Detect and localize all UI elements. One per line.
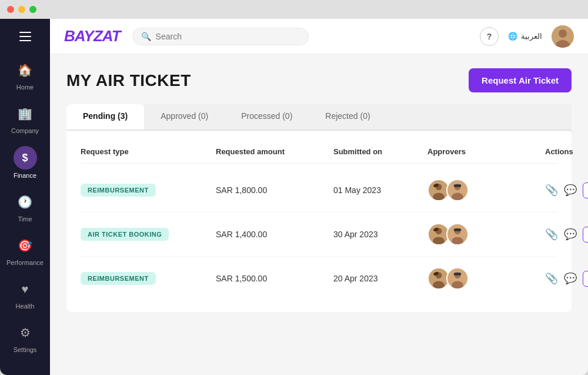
svg-point-17 (452, 237, 463, 245)
approver-avatar-male-3 (446, 267, 469, 290)
sidebar-item-company[interactable]: 🏢 Company (0, 97, 50, 140)
col-header-type: Request type (81, 147, 216, 156)
view-button-1[interactable]: View (583, 182, 588, 198)
page-title: MY AIR TICKET (66, 71, 191, 90)
view-button-2[interactable]: View (583, 227, 588, 243)
search-bar: 🔍 (132, 28, 309, 45)
request-type-badge-1: REIMBURSEMENT (81, 184, 156, 197)
sidebar-item-home[interactable]: 🏠 Home (0, 53, 50, 97)
table-container: Request type Requested amount Submitted … (66, 131, 572, 312)
cell-approvers-3 (427, 267, 545, 290)
performance-icon: 🎯 (18, 238, 32, 253)
cell-approvers-1 (427, 179, 545, 201)
close-dot[interactable] (7, 6, 14, 13)
sidebar-item-performance[interactable]: 🎯 Performance (0, 228, 50, 272)
page-content: MY AIR TICKET Request Air Ticket Pending… (50, 54, 588, 375)
attachment-icon-1[interactable]: 📎 (545, 184, 558, 197)
sidebar-label-performance: Performance (6, 259, 44, 266)
user-avatar[interactable] (552, 25, 574, 48)
view-button-3[interactable]: View (583, 271, 588, 287)
cell-date-2: 30 Apr 2023 (333, 230, 427, 239)
topbar: BAYZAT 🔍 ? 🌐 العربية (50, 19, 588, 54)
logo: BAYZAT (64, 27, 121, 45)
col-header-date: Submitted on (333, 147, 427, 156)
help-button[interactable]: ? (480, 27, 499, 46)
col-header-approvers: Approvers (427, 147, 545, 156)
approver-avatar-male-2 (446, 223, 469, 245)
search-input[interactable] (156, 32, 300, 41)
avatar-image (552, 25, 574, 48)
minimize-dot[interactable] (18, 6, 25, 13)
table-row: AIR TICKET BOOKING SAR 1,400.00 30 Apr 2… (81, 213, 557, 257)
comment-icon-1[interactable]: 💬 (564, 184, 577, 197)
svg-point-25 (452, 281, 463, 289)
svg-point-1 (559, 29, 567, 38)
language-label: العربية (521, 32, 542, 41)
svg-point-13 (433, 237, 445, 245)
col-header-actions: Actions (545, 147, 588, 156)
globe-icon: 🌐 (508, 32, 517, 41)
svg-rect-10 (454, 184, 462, 187)
main-area: BAYZAT 🔍 ? 🌐 العربية (50, 19, 588, 375)
svg-rect-18 (454, 228, 462, 231)
tabs-bar: Pending (3) Approved (0) Processed (0) R… (66, 104, 572, 131)
cell-actions-1: 📎 💬 View ⋮ (545, 182, 588, 198)
sidebar-label-home: Home (16, 84, 34, 91)
request-type-badge-3: REIMBURSEMENT (81, 272, 156, 285)
sidebar-label-finance: Finance (14, 172, 36, 179)
health-icon: ♥ (22, 283, 29, 296)
request-air-ticket-button[interactable]: Request Air Ticket (469, 68, 572, 92)
attachment-icon-2[interactable]: 📎 (545, 228, 558, 241)
search-icon: 🔍 (141, 32, 151, 41)
svg-rect-26 (454, 273, 462, 275)
cell-date-3: 20 Apr 2023 (333, 274, 427, 283)
table-row: REIMBURSEMENT SAR 1,800.00 01 May 2023 (81, 168, 557, 213)
comment-icon-2[interactable]: 💬 (564, 228, 577, 241)
sidebar-item-health[interactable]: ♥ Health (0, 272, 50, 316)
titlebar (0, 0, 588, 19)
request-type-badge-2: AIR TICKET BOOKING (81, 228, 169, 241)
sidebar-label-settings: Settings (14, 346, 37, 353)
cell-type-2: AIR TICKET BOOKING (81, 228, 216, 241)
approver-avatar-male-1 (446, 179, 469, 201)
cell-actions-2: 📎 💬 View ⋮ (545, 227, 588, 243)
cell-type-1: REIMBURSEMENT (81, 184, 216, 197)
sidebar-item-time[interactable]: 🕐 Time (0, 185, 50, 228)
cell-amount-2: SAR 1,400.00 (216, 230, 333, 239)
topbar-right: ? 🌐 العربية (480, 25, 574, 48)
cell-approvers-2 (427, 223, 545, 245)
sidebar-item-finance[interactable]: $ Finance (0, 140, 50, 185)
tab-processed[interactable]: Processed (0) (225, 104, 309, 130)
home-icon: 🏠 (18, 63, 32, 77)
cell-date-1: 01 May 2023 (333, 185, 427, 195)
tab-approved[interactable]: Approved (0) (144, 104, 225, 130)
sidebar-label-company: Company (11, 127, 39, 134)
sidebar-label-health: Health (16, 303, 35, 310)
table-header: Request type Requested amount Submitted … (81, 142, 557, 164)
tab-rejected[interactable]: Rejected (0) (309, 104, 386, 130)
tab-pending[interactable]: Pending (3) (66, 104, 144, 130)
language-button[interactable]: 🌐 العربية (508, 32, 542, 41)
sidebar-label-time: Time (18, 215, 32, 223)
svg-point-5 (433, 193, 445, 201)
col-header-amount: Requested amount (216, 147, 333, 156)
cell-actions-3: 📎 💬 View ⋮ (545, 271, 588, 287)
hamburger-menu-button[interactable] (14, 25, 37, 48)
comment-icon-3[interactable]: 💬 (564, 272, 577, 285)
settings-icon: ⚙ (20, 326, 31, 340)
attachment-icon-3[interactable]: 📎 (545, 272, 558, 285)
page-header: MY AIR TICKET Request Air Ticket (66, 68, 572, 92)
company-icon: 🏢 (18, 107, 32, 121)
sidebar: 🏠 Home 🏢 Company $ Finance 🕐 (0, 19, 50, 375)
table-row: REIMBURSEMENT SAR 1,500.00 20 Apr 2023 (81, 257, 557, 300)
help-icon: ? (487, 32, 492, 41)
time-icon: 🕐 (18, 195, 32, 209)
cell-type-3: REIMBURSEMENT (81, 272, 216, 285)
app-window: 🏠 Home 🏢 Company $ Finance 🕐 (0, 0, 588, 375)
cell-amount-3: SAR 1,500.00 (216, 274, 333, 283)
finance-icon: $ (22, 152, 28, 164)
maximize-dot[interactable] (29, 6, 36, 13)
sidebar-item-settings[interactable]: ⚙ Settings (0, 316, 50, 359)
cell-amount-1: SAR 1,800.00 (216, 185, 333, 195)
svg-point-9 (452, 193, 463, 201)
